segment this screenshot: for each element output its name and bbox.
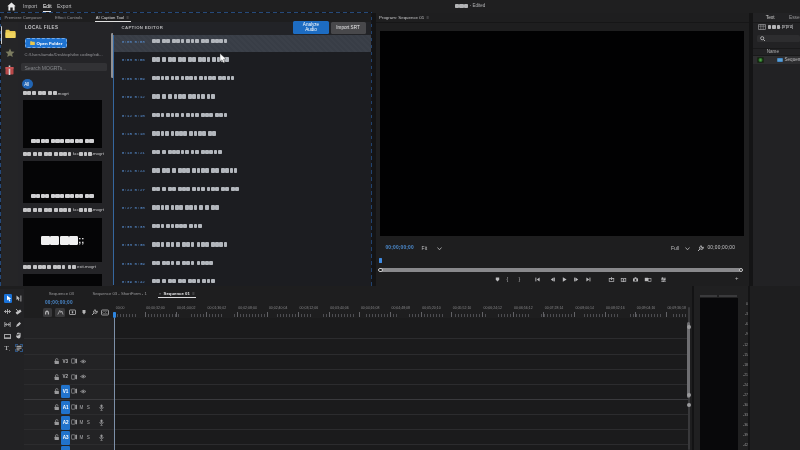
svg-text:CC: CC: [102, 311, 108, 315]
